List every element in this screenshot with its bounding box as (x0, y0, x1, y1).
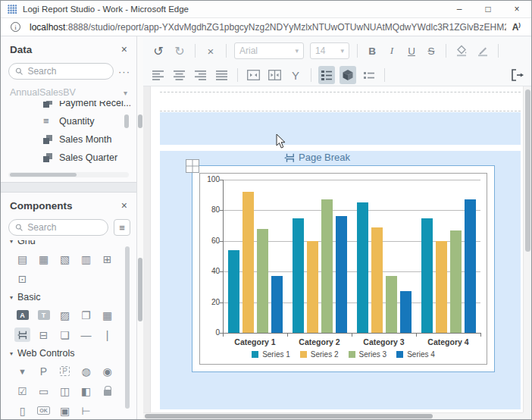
media-icon[interactable]: ▣ (57, 403, 73, 418)
close-window-button[interactable]: × (502, 1, 531, 17)
highlight-pen-button[interactable] (474, 42, 491, 60)
document-icon[interactable]: ❏ (57, 328, 73, 342)
bold-button[interactable]: B (365, 45, 380, 57)
label-icon[interactable]: A (14, 308, 30, 322)
data-more-icon[interactable]: ··· (118, 66, 130, 77)
section-web-controls[interactable]: ▾ Web Controls (10, 348, 136, 359)
merge-cells-icon[interactable] (245, 66, 261, 84)
export-button[interactable] (509, 66, 526, 84)
list-view-button[interactable] (361, 66, 377, 84)
scrollbar-thumb[interactable] (138, 258, 142, 321)
page-break-element[interactable]: Page Break (284, 152, 350, 163)
page-panel-icon[interactable]: ❐ (78, 308, 94, 322)
undo-button[interactable]: ↺ (150, 42, 167, 60)
report-editor: ↺ ↻ × Arial ▾ 14 ▾ B I U S (143, 36, 531, 419)
italic-button[interactable]: I (384, 45, 399, 57)
legend-swatch (300, 351, 307, 358)
lock-icon[interactable] (99, 384, 115, 398)
section-basic[interactable]: ▾ Basic (10, 292, 136, 302)
canvas-vscrollbar[interactable] (523, 86, 531, 412)
canvas-hscrollbar[interactable] (143, 412, 523, 419)
section-grid[interactable]: ▾ Grid (10, 240, 136, 246)
list-box-icon[interactable]: ◫ (57, 384, 73, 398)
business-view-value: AnnualSalesBV (10, 87, 76, 98)
scrollbar-thumb[interactable] (138, 114, 142, 128)
checkbox-icon[interactable]: ☑ (14, 384, 30, 398)
components-menu-button[interactable]: ≡ (114, 219, 130, 236)
report-band-1[interactable] (160, 112, 521, 145)
table-cell-icon[interactable]: ▦ (99, 308, 115, 322)
dimension-icon (43, 135, 53, 145)
field-list-hscrollbar[interactable] (8, 172, 129, 177)
wizard-button[interactable]: Y (287, 66, 304, 84)
object-view-toggle-button[interactable] (340, 66, 356, 84)
text-field-icon[interactable]: T (36, 308, 52, 322)
address-bar[interactable]: localhost:8888/studio/report/app-YXdvMgd… (30, 22, 506, 33)
align-center-icon[interactable] (171, 66, 188, 84)
business-view-select[interactable]: AnnualSalesBV ▾ (1, 83, 136, 101)
properties-toggle-button[interactable] (318, 66, 335, 84)
text-box-icon[interactable]: ▭ (36, 384, 52, 398)
banner-icon[interactable]: ⊟ (36, 328, 52, 342)
components-scrollbar[interactable] (125, 246, 130, 409)
chart-legend: Series 1 Series 2 Series 3 Series 4 (200, 350, 487, 359)
field-list-scrollbar[interactable] (124, 114, 129, 128)
legend-swatch (252, 351, 258, 358)
scrollbar-corner (523, 412, 531, 419)
image-icon[interactable]: ▨ (57, 308, 73, 322)
maximize-button[interactable]: □ (474, 1, 502, 17)
components-search-input[interactable] (8, 219, 108, 236)
chart-grid-icon[interactable]: ⊡ (14, 271, 30, 286)
tabbed-panel-icon[interactable]: ⊞ (99, 252, 115, 266)
read-aloud-icon[interactable]: A) (512, 21, 521, 33)
align-right-icon[interactable] (192, 66, 209, 84)
page-header-band[interactable] (160, 92, 521, 111)
vertical-line-icon[interactable]: | (99, 328, 115, 342)
horizontal-line-icon[interactable]: — (78, 328, 94, 342)
banded-object-icon[interactable]: ▤ (14, 252, 30, 266)
panel-icon[interactable]: ▯ (14, 403, 30, 418)
search-icon (15, 67, 23, 76)
sphere-icon[interactable]: ◍ (78, 364, 94, 378)
strikethrough-button[interactable]: S (424, 45, 439, 57)
table-icon[interactable]: ▦ (36, 252, 52, 266)
parameter-icon[interactable]: P (36, 364, 52, 378)
chart-component[interactable]: Series 1 Series 2 Series 3 Series 4 0204… (192, 165, 495, 372)
components-search-field[interactable] (27, 222, 102, 233)
data-search-field[interactable] (27, 66, 107, 77)
legend-swatch (396, 351, 403, 358)
field-item[interactable]: ≡ Quantity (7, 112, 130, 130)
page-break-icon[interactable] (14, 328, 30, 342)
justify-icon[interactable] (214, 66, 230, 84)
split-cells-icon[interactable] (266, 66, 283, 84)
minimize-button[interactable]: – (445, 1, 474, 17)
align-left-icon[interactable] (150, 66, 167, 84)
site-info-icon[interactable]: i (11, 22, 20, 32)
bar-chart[interactable]: Series 1 Series 2 Series 3 Series 4 0204… (199, 173, 487, 365)
form-icon[interactable]: ▥ (78, 252, 94, 266)
sidebar-scrollbar[interactable] (137, 36, 143, 419)
redo-button[interactable]: ↻ (171, 42, 188, 60)
button-icon[interactable]: OK (36, 403, 52, 418)
delete-button[interactable]: × (202, 42, 219, 60)
font-size-select[interactable]: 14 ▾ (310, 42, 349, 59)
scrollbar-thumb[interactable] (145, 414, 433, 418)
scrollbar-thumb[interactable] (525, 89, 530, 252)
radio-button-icon[interactable]: ◉ (99, 364, 115, 378)
field-item[interactable]: Payment Recei... (7, 101, 130, 112)
crosstab-icon[interactable]: ▧ (57, 252, 73, 266)
report-canvas[interactable]: Page Break Series 1 Series 2 Series 3 Se… (143, 86, 523, 412)
underline-button[interactable]: U (404, 45, 419, 57)
data-search-input[interactable] (8, 63, 114, 80)
tree-icon[interactable]: ⊢ (78, 403, 94, 418)
field-item[interactable]: Sales Month (7, 130, 130, 149)
filter-icon[interactable]: ▼ (14, 364, 30, 378)
combo-box-icon[interactable]: ◧ (78, 384, 94, 398)
drag-handle[interactable] (186, 159, 199, 173)
field-item[interactable]: Sales Quarter (7, 149, 130, 167)
data-panel-close-icon[interactable]: × (121, 43, 127, 55)
fill-color-button[interactable] (453, 42, 470, 60)
font-family-select[interactable]: Arial ▾ (234, 42, 304, 59)
components-panel-close-icon[interactable]: × (121, 199, 127, 212)
parameter-form-icon[interactable]: P (57, 364, 73, 378)
